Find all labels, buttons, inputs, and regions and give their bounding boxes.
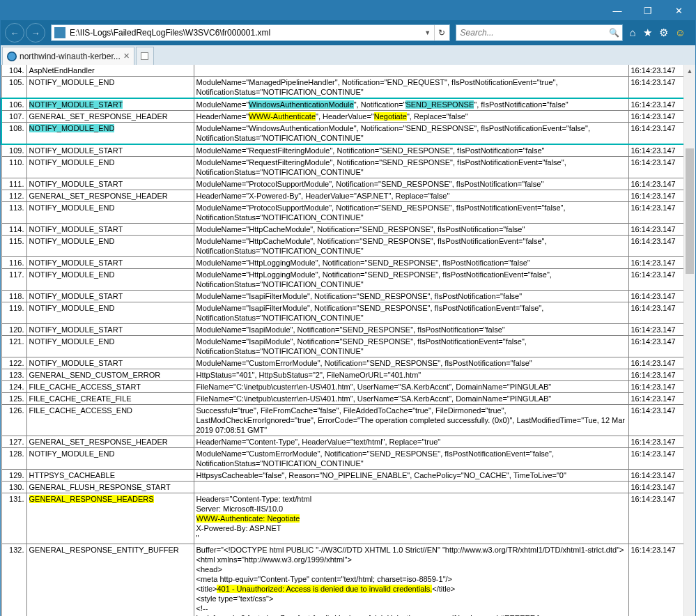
event-details: ModuleName="IsapiModule", Notification="… (194, 324, 628, 336)
table-row: 110.NOTIFY_MODULE_ENDModuleName="Request… (1, 157, 695, 178)
event-details: FileName="C:\inetpub\custerr\en-US\401.h… (194, 381, 628, 393)
row-number: 121. (1, 336, 26, 357)
minimize-button[interactable]: — (602, 1, 633, 20)
ie-favicon-icon (7, 52, 17, 61)
table-row: 109.NOTIFY_MODULE_STARTModuleName="Reque… (1, 144, 695, 157)
event-details: HeaderName="Content-Type", HeaderValue="… (194, 436, 628, 448)
event-name: GENERAL_FLUSH_RESPONSE_START (26, 482, 194, 493)
new-tab-button[interactable] (136, 47, 154, 65)
search-box[interactable]: 🔍 (456, 24, 623, 41)
event-name: AspNetEndHandler (26, 65, 194, 77)
address-input[interactable] (68, 28, 422, 38)
event-name: GENERAL_RESPONSE_ENTITY_BUFFER (26, 544, 194, 617)
event-details: HeaderName="X-Powered-By", HeaderValue="… (194, 190, 628, 202)
tab-close-icon[interactable]: ✕ (123, 52, 130, 61)
row-number: 116. (1, 257, 26, 269)
event-name: GENERAL_SEND_CUSTOM_ERROR (26, 369, 194, 381)
table-row: 120.NOTIFY_MODULE_STARTModuleName="Isapi… (1, 324, 695, 336)
row-number: 112. (1, 190, 26, 202)
event-name: NOTIFY_MODULE_START (26, 98, 194, 111)
event-details: ModuleName="HttpCacheModule", Notificati… (194, 236, 628, 257)
row-number: 106. (1, 98, 26, 111)
favorites-icon[interactable]: ★ (643, 26, 652, 39)
row-number: 111. (1, 178, 26, 190)
event-details: ModuleName="HttpLoggingModule", Notifica… (194, 257, 628, 269)
event-details: Buffer="<!DOCTYPE html PUBLIC "-//W3C//D… (194, 544, 628, 617)
row-number: 128. (1, 448, 26, 470)
table-row: 128.NOTIFY_MODULE_ENDModuleName="CustomE… (1, 448, 695, 470)
back-button[interactable]: ← (5, 23, 24, 43)
row-number: 131. (1, 493, 26, 544)
table-row: 126.FILE_CACHE_ACCESS_ENDSuccessful="tru… (1, 405, 695, 436)
event-details: ModuleName="IsapiModule", Notification="… (194, 336, 628, 357)
row-number: 118. (1, 291, 26, 302)
table-row: 132.GENERAL_RESPONSE_ENTITY_BUFFERBuffer… (1, 544, 695, 617)
event-name: NOTIFY_MODULE_END (26, 336, 194, 357)
search-icon[interactable]: 🔍 (607, 28, 622, 38)
table-row: 118.NOTIFY_MODULE_STARTModuleName="Isapi… (1, 291, 695, 302)
row-number: 117. (1, 269, 26, 291)
log-table: 104.AspNetEndHandler16:14:23.147105.NOTI… (1, 65, 695, 616)
scroll-thumb[interactable] (686, 148, 694, 274)
event-name: GENERAL_SET_RESPONSE_HEADER (26, 436, 194, 448)
row-number: 114. (1, 224, 26, 236)
row-number: 126. (1, 405, 26, 436)
window-titlebar: — ❐ ✕ (1, 1, 695, 20)
tab-bar: northwind-winauth-kerber... ✕ (1, 45, 695, 65)
event-name: NOTIFY_MODULE_END (26, 302, 194, 324)
event-details: ModuleName="CustomErrorModule", Notifica… (194, 357, 628, 369)
table-row: 104.AspNetEndHandler16:14:23.147 (1, 65, 695, 77)
event-name: NOTIFY_MODULE_START (26, 144, 194, 157)
table-row: 131.GENERAL_RESPONSE_HEADERSHeaders="Con… (1, 493, 695, 544)
search-input[interactable] (456, 28, 607, 38)
row-number: 124. (1, 381, 26, 393)
event-name: NOTIFY_MODULE_START (26, 178, 194, 190)
refresh-button[interactable]: ↻ (434, 25, 449, 40)
row-number: 127. (1, 436, 26, 448)
table-row: 124.FILE_CACHE_ACCESS_STARTFileName="C:\… (1, 381, 695, 393)
event-name: NOTIFY_MODULE_START (26, 257, 194, 269)
event-details: HttpsysCacheable="false", Reason="NO_PIP… (194, 470, 628, 482)
feedback-smile-icon[interactable]: ☺ (675, 26, 686, 39)
address-dropdown-icon[interactable]: ▼ (422, 29, 434, 36)
event-details: ModuleName="WindowsAuthenticationModule"… (194, 98, 628, 111)
browser-tab[interactable]: northwind-winauth-kerber... ✕ (2, 47, 134, 65)
home-icon[interactable]: ⌂ (630, 26, 636, 39)
event-name: NOTIFY_MODULE_END (26, 157, 194, 178)
event-name: GENERAL_RESPONSE_HEADERS (26, 493, 194, 544)
page-icon (54, 27, 65, 38)
row-number: 107. (1, 111, 26, 123)
table-row: 113.NOTIFY_MODULE_ENDModuleName="Protoco… (1, 202, 695, 224)
event-details: HttpStatus="401", HttpSubStatus="2", Fil… (194, 369, 628, 381)
table-row: 122.NOTIFY_MODULE_STARTModuleName="Custo… (1, 357, 695, 369)
table-row: 123.GENERAL_SEND_CUSTOM_ERRORHttpStatus=… (1, 369, 695, 381)
event-name: NOTIFY_MODULE_END (26, 202, 194, 224)
event-name: NOTIFY_MODULE_START (26, 357, 194, 369)
table-row: 127.GENERAL_SET_RESPONSE_HEADERHeaderNam… (1, 436, 695, 448)
nav-toolbar: ← → ▼ ↻ 🔍 ⌂ ★ ⚙ ☺ (1, 20, 695, 45)
event-details (194, 65, 628, 77)
table-row: 106.NOTIFY_MODULE_STARTModuleName="Windo… (1, 98, 695, 111)
table-row: 125.FILE_CACHE_CREATE_FILEFileName="C:\i… (1, 393, 695, 405)
event-details: HeaderName="WWW-Authenticate", HeaderVal… (194, 111, 628, 123)
row-number: 110. (1, 157, 26, 178)
event-name: GENERAL_SET_RESPONSE_HEADER (26, 111, 194, 123)
event-details: FileName="C:\inetpub\custerr\en-US\401.h… (194, 393, 628, 405)
event-name: NOTIFY_MODULE_START (26, 291, 194, 302)
row-number: 104. (1, 65, 26, 77)
row-number: 108. (1, 123, 26, 145)
table-row: 116.NOTIFY_MODULE_STARTModuleName="HttpL… (1, 257, 695, 269)
forward-button[interactable]: → (26, 23, 45, 43)
vertical-scrollbar[interactable]: ▲ ▼ (683, 65, 695, 616)
row-number: 122. (1, 357, 26, 369)
event-details: ModuleName="RequestFilteringModule", Not… (194, 144, 628, 157)
table-row: 107.GENERAL_SET_RESPONSE_HEADERHeaderNam… (1, 111, 695, 123)
close-button[interactable]: ✕ (663, 1, 694, 20)
row-number: 125. (1, 393, 26, 405)
table-row: 111.NOTIFY_MODULE_STARTModuleName="Proto… (1, 178, 695, 190)
settings-gear-icon[interactable]: ⚙ (659, 26, 668, 39)
maximize-button[interactable]: ❐ (633, 1, 663, 20)
row-number: 119. (1, 302, 26, 324)
scroll-up-icon[interactable]: ▲ (684, 65, 695, 77)
address-bar[interactable]: ▼ ↻ (51, 24, 450, 41)
